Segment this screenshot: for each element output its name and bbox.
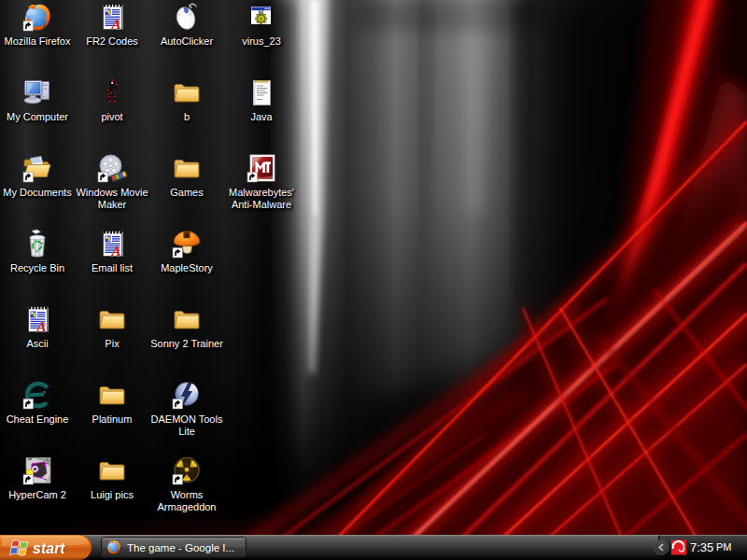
svg-text:7:35: 7:35 (690, 540, 713, 554)
svg-text:start: start (33, 540, 65, 556)
svg-text:The game - Google I...: The game - Google I... (127, 542, 234, 553)
svg-text:PM: PM (716, 541, 732, 553)
